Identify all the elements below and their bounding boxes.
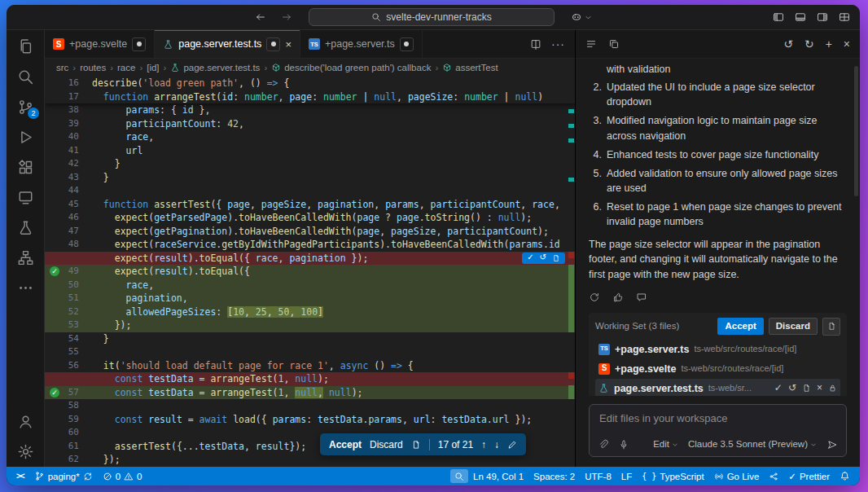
- lock-icon[interactable]: [828, 384, 837, 393]
- problems-status[interactable]: 0 0: [98, 467, 147, 485]
- search-icon[interactable]: [7, 62, 44, 92]
- thumbs-up-icon[interactable]: [612, 292, 624, 303]
- accept-button[interactable]: Accept: [329, 439, 362, 450]
- language-status[interactable]: { } TypeScript: [637, 467, 708, 485]
- encoding-status[interactable]: UTF-8: [580, 467, 616, 485]
- edit-icon[interactable]: [507, 440, 517, 450]
- breadcrumb-item[interactable]: routes: [80, 63, 106, 72]
- remote-indicator[interactable]: ><: [11, 467, 29, 485]
- chat-input[interactable]: [598, 411, 841, 425]
- breadcrumb-item[interactable]: page.server.test.ts: [170, 63, 260, 72]
- redo-icon[interactable]: ↻: [804, 37, 814, 51]
- open-changes-icon[interactable]: [552, 254, 560, 262]
- open-session-icon[interactable]: [608, 38, 620, 50]
- close-tab-icon[interactable]: ×: [285, 38, 292, 51]
- feedback-comment-icon[interactable]: [636, 292, 647, 303]
- references-icon[interactable]: [7, 243, 44, 273]
- discard-change-icon[interactable]: ↺: [540, 251, 546, 265]
- open-changes-icon[interactable]: [802, 384, 811, 393]
- discard-button[interactable]: Discard: [370, 439, 403, 450]
- testing-icon[interactable]: [7, 213, 44, 243]
- toggle-secondary-sidebar-icon[interactable]: [817, 11, 828, 23]
- working-set-file[interactable]: page.server.test.tsts-web/sr...✓↺×: [595, 379, 840, 397]
- account-icon[interactable]: [7, 406, 44, 437]
- copilot-menu[interactable]: [571, 11, 592, 23]
- share-status[interactable]: [764, 467, 783, 485]
- breadcrumb[interactable]: src›routes›race›[id]›page.server.test.ts…: [45, 59, 575, 77]
- chat-sessions-icon[interactable]: [585, 38, 597, 50]
- undo-icon[interactable]: ↺: [783, 37, 793, 51]
- test-pass-icon[interactable]: ✓: [50, 388, 59, 398]
- tab--page-svelte[interactable]: S+page.svelte: [45, 30, 155, 58]
- more-icon[interactable]: [7, 273, 44, 303]
- back-button[interactable]: [255, 11, 266, 23]
- regenerate-icon[interactable]: [589, 292, 600, 303]
- cursor-position[interactable]: Ln 49, Col 1: [468, 467, 528, 485]
- code-editor[interactable]: 16describe('load green path', () => {17 …: [45, 77, 575, 467]
- line-number: 50: [45, 279, 82, 292]
- prettier-status[interactable]: ✓ Prettier: [783, 467, 835, 485]
- zoom-indicator[interactable]: [450, 469, 468, 483]
- breadcrumb-item[interactable]: race: [117, 63, 135, 72]
- breadcrumb-item[interactable]: describe('load green path') callback: [271, 63, 431, 72]
- mode-dropdown[interactable]: Edit: [651, 437, 678, 451]
- chat-scrollbar[interactable]: [854, 66, 858, 196]
- previous-edit-icon[interactable]: ↑: [481, 439, 486, 450]
- close-panel-icon[interactable]: ×: [844, 37, 850, 51]
- new-chat-icon[interactable]: +: [826, 37, 832, 51]
- forward-button[interactable]: [281, 11, 292, 23]
- model-dropdown[interactable]: Claude 3.5 Sonnet (Preview): [688, 437, 817, 451]
- line-number: 54: [45, 332, 82, 346]
- settings-icon[interactable]: [7, 437, 44, 467]
- source-control-icon[interactable]: 2: [7, 92, 44, 122]
- breadcrumb-item[interactable]: [id]: [147, 63, 159, 72]
- remove-icon[interactable]: ×: [817, 381, 822, 395]
- eol-status[interactable]: LF: [616, 467, 637, 485]
- attach-icon[interactable]: [598, 439, 609, 450]
- status-bar: >< paging* 0 0 Ln 49, Col 1 Spaces: 2 UT…: [7, 467, 860, 485]
- beaker-icon: [163, 39, 173, 50]
- modified-indicator[interactable]: [132, 37, 146, 51]
- command-center[interactable]: svelte-dev-runner-tracks: [309, 8, 555, 26]
- edit-counter: 17 of 21: [438, 439, 473, 450]
- line-number: 40: [45, 130, 82, 144]
- customize-layout-icon[interactable]: [839, 11, 850, 23]
- branch-status[interactable]: paging*: [29, 467, 98, 485]
- modified-indicator[interactable]: [266, 37, 280, 51]
- modified-indicator[interactable]: [400, 37, 414, 51]
- test-pass-icon[interactable]: ✓: [50, 266, 59, 276]
- chat-numbered-list: 2.Updated the UI to include a page size …: [589, 80, 847, 229]
- discard-all-button[interactable]: Discard: [769, 318, 818, 335]
- run-debug-icon[interactable]: [7, 122, 44, 152]
- send-icon[interactable]: [826, 439, 838, 450]
- remote-icon[interactable]: [7, 182, 44, 213]
- undo-icon[interactable]: ↺: [788, 381, 796, 395]
- code-text: describe('load green path', () => {: [82, 77, 575, 90]
- mic-icon[interactable]: [618, 439, 629, 450]
- toggle-panel-icon[interactable]: [795, 11, 806, 23]
- tab--page-server-ts[interactable]: TS+page.server.ts: [300, 30, 423, 58]
- split-editor-icon[interactable]: [530, 38, 541, 50]
- breadcrumb-item[interactable]: assertTest: [442, 63, 498, 72]
- toggle-sidebar-icon[interactable]: [773, 11, 784, 23]
- breadcrumb-item[interactable]: src: [56, 63, 68, 72]
- go-live-status[interactable]: Go Live: [709, 467, 765, 485]
- chat-input-box[interactable]: Edit Claude 3.5 Sonnet (Preview): [589, 404, 847, 457]
- open-all-edits-button[interactable]: [822, 318, 840, 336]
- keep-icon[interactable]: ✓: [774, 381, 783, 395]
- working-set-file[interactable]: TS+page.server.tsts-web/src/routes/race/…: [595, 340, 840, 359]
- accept-all-button[interactable]: Accept: [717, 318, 763, 335]
- notifications-status[interactable]: [835, 467, 855, 485]
- more-actions-icon[interactable]: ···: [551, 37, 565, 51]
- accept-change-icon[interactable]: ✓: [527, 251, 533, 265]
- code-text: function assertTest({ page, pageSize, pa…: [82, 198, 575, 212]
- indentation-status[interactable]: Spaces: 2: [528, 467, 580, 485]
- open-file-icon[interactable]: [411, 440, 421, 450]
- explorer-icon[interactable]: [7, 32, 44, 62]
- chevron-down-icon: [585, 14, 592, 21]
- title-bar: svelte-dev-runner-tracks: [7, 5, 860, 30]
- extensions-icon[interactable]: [7, 152, 44, 182]
- next-edit-icon[interactable]: ↓: [494, 439, 499, 450]
- tab-page-server-test-ts[interactable]: page.server.test.ts×: [155, 30, 300, 58]
- working-set-file[interactable]: S+page.sveltets-web/src/routes/race/[id]: [595, 359, 840, 379]
